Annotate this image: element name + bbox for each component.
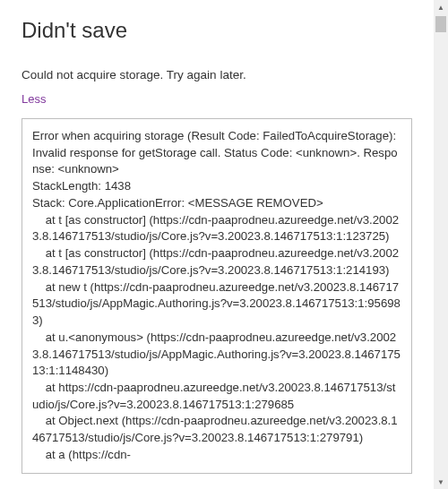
dialog-content: Didn't save Could not acquire storage. T…	[22, 18, 426, 474]
toggle-details-link[interactable]: Less	[22, 92, 46, 106]
scrollbar-track[interactable]: ▲ ▼	[434, 0, 448, 489]
scroll-down-arrow-icon[interactable]: ▼	[434, 475, 448, 489]
error-dialog: Didn't save Could not acquire storage. T…	[0, 0, 448, 489]
scroll-up-arrow-icon[interactable]: ▲	[434, 0, 448, 14]
error-details-box[interactable]: Error when acquiring storage (Result Cod…	[22, 118, 412, 474]
dialog-message: Could not acquire storage. Try again lat…	[22, 68, 412, 82]
dialog-title: Didn't save	[22, 18, 412, 43]
scrollbar-thumb[interactable]	[435, 16, 446, 32]
